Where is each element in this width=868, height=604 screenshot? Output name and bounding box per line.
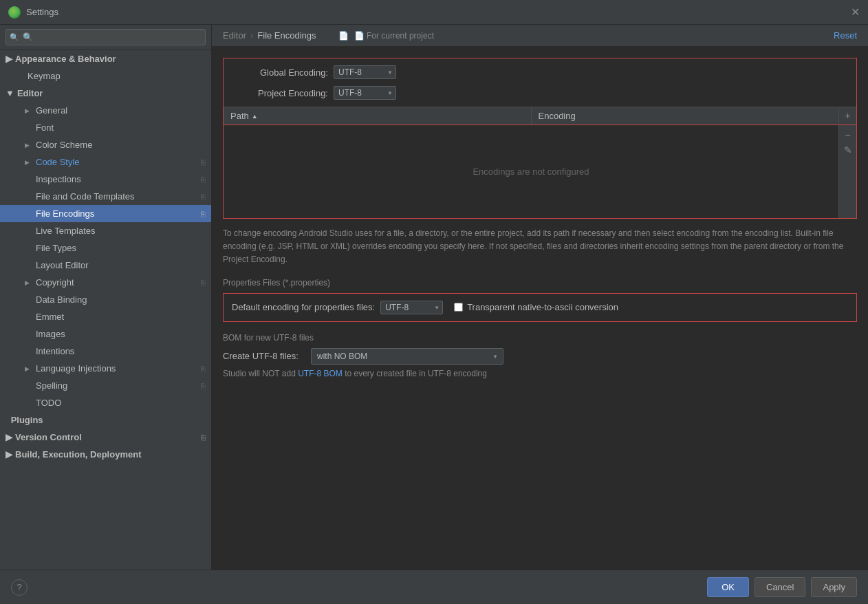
copy-icon: ⎘	[201, 210, 206, 218]
encoding-section: Global Encoding: UTF-8 UTF-16 ISO-8859-1…	[223, 58, 857, 125]
arrow-icon	[25, 314, 32, 321]
utf8-bom-highlight: UTF-8 BOM	[298, 369, 343, 378]
sidebar-item-label: Build, Execution, Deployment	[15, 449, 141, 460]
sidebar-item-images[interactable]: Images	[0, 325, 211, 343]
arrow-icon: ▶	[25, 107, 32, 114]
copy-icon: ⎘	[201, 175, 206, 184]
project-encoding-label: Project Encoding:	[232, 88, 328, 98]
project-encoding-select[interactable]: UTF-8 UTF-16 ISO-8859-1	[334, 86, 396, 100]
arrow-icon	[25, 211, 32, 217]
sidebar-item-todo[interactable]: TODO	[0, 394, 211, 411]
sidebar-item-label: Intentions	[36, 346, 74, 356]
ok-button[interactable]: OK	[707, 577, 749, 597]
sidebar-item-label: General	[36, 105, 67, 116]
main-layout: 🔍 ▶ Appearance & Behavior Keymap ▼ Edito…	[0, 25, 868, 570]
sidebar-item-intentions[interactable]: Intentions	[0, 343, 211, 360]
breadcrumb-parent: Editor	[223, 30, 246, 41]
sidebar-item-spelling[interactable]: Spelling ⎘	[0, 377, 211, 394]
help-button[interactable]: ?	[11, 579, 28, 596]
sidebar-item-font[interactable]: Font	[0, 119, 211, 136]
content-area: Editor › File Encodings 📄 📄 For current …	[212, 25, 868, 570]
close-button[interactable]: ✕	[851, 6, 860, 19]
sidebar-item-code-style[interactable]: ▶ Code Style ⎘	[0, 153, 211, 171]
table-header: Path ▲ Encoding +	[224, 107, 856, 125]
sidebar-item-file-types[interactable]: File Types	[0, 239, 211, 257]
search-input[interactable]	[6, 29, 206, 45]
arrow-icon	[25, 400, 32, 407]
sidebar-item-label: Inspections	[36, 174, 81, 184]
sidebar-item-keymap[interactable]: Keymap	[0, 67, 211, 85]
sidebar-item-inspections[interactable]: Inspections ⎘	[0, 171, 211, 188]
copy-icon: ⎘	[201, 193, 206, 201]
properties-encoding-select[interactable]: UTF-8 UTF-16 ISO-8859-1	[380, 301, 443, 314]
edit-encoding-button[interactable]: ✎	[841, 143, 855, 157]
cancel-button[interactable]: Cancel	[755, 577, 805, 597]
sidebar-item-emmet[interactable]: Emmet	[0, 308, 211, 325]
arrow-icon: ▶	[6, 54, 12, 64]
sidebar-item-layout-editor[interactable]: Layout Editor	[0, 257, 211, 274]
sidebar-item-build-execution[interactable]: ▶ Build, Execution, Deployment	[0, 446, 211, 463]
title-bar-left: Settings	[8, 6, 58, 19]
global-encoding-select-wrapper: UTF-8 UTF-16 ISO-8859-1	[334, 65, 396, 79]
search-wrapper: 🔍	[6, 29, 206, 45]
sidebar-item-label: Images	[36, 329, 65, 339]
sidebar-item-general[interactable]: ▶ General	[0, 102, 211, 119]
add-encoding-button[interactable]: +	[842, 109, 853, 122]
apply-button[interactable]: Apply	[811, 577, 857, 597]
sidebar-item-label: Layout Editor	[36, 260, 89, 270]
bom-info: Studio will NOT add UTF-8 BOM to every c…	[223, 369, 857, 378]
sidebar-item-editor[interactable]: ▼ Editor	[0, 85, 211, 102]
copy-icon: ⎘	[201, 433, 206, 442]
app-icon	[8, 6, 21, 19]
sidebar-item-label: Keymap	[28, 71, 61, 81]
reset-button[interactable]: Reset	[834, 30, 857, 41]
bottom-right: OK Cancel Apply	[707, 577, 857, 597]
arrow-icon: ▶	[25, 365, 32, 372]
sidebar-item-plugins[interactable]: Plugins	[0, 411, 211, 429]
sidebar-item-appearance[interactable]: ▶ Appearance & Behavior	[0, 50, 211, 67]
arrow-icon: ▶	[25, 159, 32, 166]
sidebar-item-label: Live Templates	[36, 226, 95, 236]
sidebar: 🔍 ▶ Appearance & Behavior Keymap ▼ Edito…	[0, 25, 212, 570]
sidebar-item-copyright[interactable]: ▶ Copyright ⎘	[0, 274, 211, 291]
empty-table-container: Encodings are not configured	[224, 125, 838, 218]
arrow-icon	[25, 193, 32, 200]
copy-icon: ⎘	[201, 279, 206, 287]
sidebar-item-label: File Encodings	[36, 208, 94, 219]
sidebar-item-label: Appearance & Behavior	[15, 54, 116, 64]
sidebar-item-label: File Types	[36, 243, 76, 253]
sidebar-item-file-code-templates[interactable]: File and Code Templates ⎘	[0, 188, 211, 205]
sidebar-item-label: Emmet	[36, 312, 64, 322]
arrow-icon: ▶	[6, 432, 12, 442]
arrow-icon	[25, 331, 32, 338]
sidebar-item-label: Language Injections	[36, 363, 116, 374]
sidebar-item-label: Color Scheme	[36, 140, 92, 150]
sidebar-item-label: File and Code Templates	[36, 191, 135, 202]
global-encoding-row: Global Encoding: UTF-8 UTF-16 ISO-8859-1	[224, 58, 856, 79]
bom-section: BOM for new UTF-8 files Create UTF-8 fil…	[223, 333, 857, 378]
arrow-icon: ▶	[6, 449, 12, 460]
global-encoding-select[interactable]: UTF-8 UTF-16 ISO-8859-1	[334, 65, 396, 79]
remove-encoding-button[interactable]: −	[842, 128, 853, 142]
transparent-conversion-checkbox[interactable]	[454, 303, 463, 312]
sidebar-item-language-injections[interactable]: ▶ Language Injections ⎘	[0, 360, 211, 377]
encoding-table-body: Encodings are not configured − ✎	[223, 125, 857, 219]
arrow-icon: ▼	[6, 88, 14, 98]
sidebar-item-version-control[interactable]: ▶ Version Control ⎘	[0, 429, 211, 446]
sidebar-item-label: Code Style	[36, 157, 80, 167]
sidebar-item-label: TODO	[36, 398, 61, 408]
sidebar-item-file-encodings[interactable]: File Encodings ⎘	[0, 205, 211, 222]
sidebar-item-color-scheme[interactable]: ▶ Color Scheme	[0, 136, 211, 153]
transparent-conversion-label[interactable]: Transparent native-to-ascii conversion	[454, 302, 618, 312]
breadcrumb-separator: ›	[250, 30, 253, 41]
table-action-buttons: +	[838, 107, 856, 125]
breadcrumb-current: File Encodings	[257, 30, 316, 41]
bom-select[interactable]: with NO BOM with BOM with BOM (always)	[311, 348, 503, 365]
bottom-bar: ? OK Cancel Apply	[0, 570, 868, 604]
sidebar-item-data-binding[interactable]: Data Binding	[0, 291, 211, 308]
arrow-icon	[25, 245, 32, 252]
transparent-conversion-text: Transparent native-to-ascii conversion	[467, 302, 618, 312]
arrow-icon	[25, 176, 32, 183]
encoding-header: Encoding	[531, 107, 839, 125]
sidebar-item-live-templates[interactable]: Live Templates	[0, 222, 211, 239]
